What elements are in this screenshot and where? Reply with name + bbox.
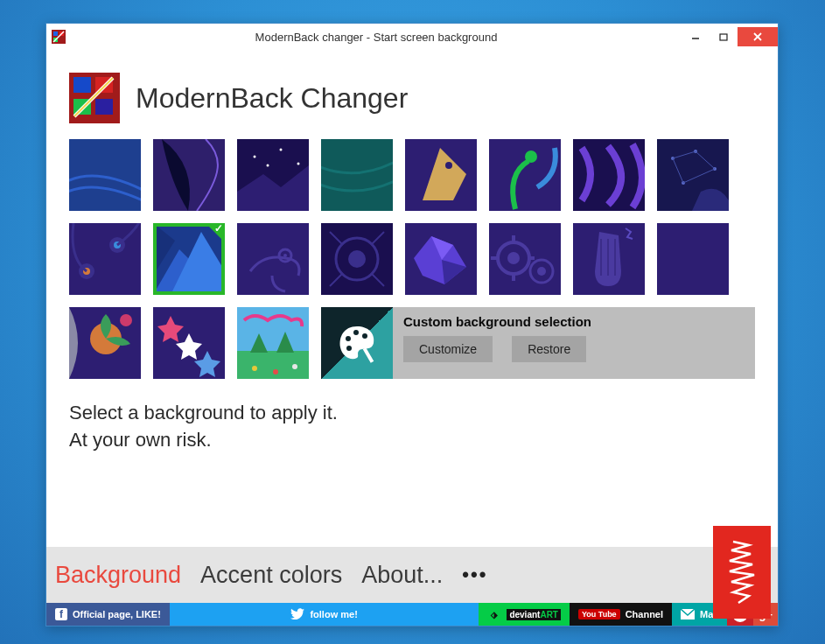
- svg-point-19: [254, 156, 256, 158]
- window-title: ModernBack changer - Start screen backgr…: [71, 31, 682, 44]
- background-thumb[interactable]: [153, 139, 225, 211]
- background-thumb[interactable]: [573, 223, 645, 295]
- nav-accent-colors[interactable]: Accent colors: [200, 562, 342, 589]
- background-thumb[interactable]: [405, 139, 477, 211]
- brand-badge[interactable]: [713, 526, 771, 619]
- svg-point-77: [346, 336, 351, 341]
- deviantart-icon: ⬗: [487, 607, 501, 621]
- app-window: ModernBack changer - Start screen backgr…: [45, 23, 779, 626]
- svg-rect-13: [95, 99, 113, 115]
- custom-background-panel: Custom background selectionCustomizeRest…: [321, 307, 755, 379]
- twitter-icon: [290, 608, 304, 620]
- customize-button[interactable]: Customize: [403, 336, 493, 362]
- background-thumb[interactable]: [321, 223, 393, 295]
- social-youtube[interactable]: You Tube Channel: [570, 603, 672, 626]
- instruction-line-2: At your own risk.: [69, 427, 755, 454]
- svg-point-55: [507, 252, 520, 264]
- svg-point-27: [525, 150, 537, 163]
- background-grid: Custom background selectionCustomizeRest…: [69, 139, 755, 379]
- app-logo: [69, 73, 120, 123]
- palette-icon: [321, 307, 393, 379]
- background-thumb[interactable]: [657, 139, 729, 211]
- svg-point-20: [280, 149, 283, 151]
- svg-rect-53: [489, 223, 561, 295]
- background-thumb[interactable]: [321, 139, 393, 211]
- svg-point-57: [537, 267, 546, 276]
- background-thumb[interactable]: [153, 307, 225, 379]
- social-label: Official page, LIKE!: [73, 609, 161, 620]
- svg-rect-62: [657, 223, 729, 295]
- minimize-button[interactable]: [682, 27, 710, 46]
- svg-point-22: [267, 164, 269, 167]
- maximize-button[interactable]: [710, 27, 738, 46]
- background-thumb[interactable]: [489, 223, 561, 295]
- titlebar: ModernBack changer - Start screen backgr…: [46, 24, 778, 50]
- nav-about[interactable]: About...: [361, 562, 443, 589]
- background-thumb[interactable]: [573, 139, 645, 211]
- nav-background[interactable]: Background: [55, 562, 181, 589]
- youtube-icon: You Tube: [578, 609, 620, 620]
- background-thumb[interactable]: [237, 223, 309, 295]
- social-twitter[interactable]: follow me!: [170, 603, 479, 626]
- instruction-line-1: Select a background to apply it.: [69, 400, 755, 427]
- app-title: ModernBack Changer: [136, 82, 408, 115]
- background-thumb[interactable]: [489, 139, 561, 211]
- content-area: ModernBack Changer Custom background sel…: [46, 50, 778, 547]
- minimize-icon: [691, 32, 700, 41]
- facebook-icon: f: [55, 608, 67, 620]
- background-thumb[interactable]: [405, 223, 477, 295]
- svg-point-78: [353, 330, 359, 335]
- svg-rect-71: [237, 351, 309, 379]
- svg-point-79: [362, 333, 367, 339]
- close-icon: [752, 32, 763, 42]
- mail-icon: [681, 609, 695, 620]
- svg-rect-6: [720, 34, 727, 40]
- svg-rect-1: [53, 32, 58, 36]
- social-label: follow me!: [310, 609, 357, 620]
- custom-panel-title: Custom background selection: [403, 314, 745, 329]
- background-thumb[interactable]: [69, 307, 141, 379]
- svg-point-45: [283, 254, 287, 257]
- brand-badge-icon: [719, 533, 765, 612]
- deviantart-label: deviantART: [507, 609, 561, 620]
- svg-rect-16: [69, 139, 141, 211]
- background-thumb[interactable]: [657, 223, 729, 295]
- svg-point-76: [292, 364, 297, 369]
- svg-point-80: [346, 346, 352, 351]
- social-label: Channel: [626, 609, 663, 620]
- restore-button[interactable]: Restore: [512, 336, 586, 362]
- social-bar: f Official page, LIKE! follow me! ⬗ devi…: [46, 603, 778, 626]
- app-header: ModernBack Changer: [69, 73, 755, 123]
- app-icon-small: [52, 30, 66, 44]
- background-thumb[interactable]: [237, 307, 309, 379]
- svg-rect-81: [363, 347, 374, 363]
- instruction-text: Select a background to apply it. At your…: [69, 400, 755, 454]
- background-thumb[interactable]: [153, 223, 225, 295]
- maximize-icon: [719, 32, 728, 41]
- background-thumb[interactable]: [237, 139, 309, 211]
- nav-more[interactable]: •••: [462, 564, 487, 586]
- svg-rect-10: [73, 77, 91, 93]
- svg-point-21: [297, 163, 300, 165]
- svg-point-25: [445, 162, 452, 169]
- close-button[interactable]: [738, 27, 778, 46]
- svg-point-75: [273, 369, 278, 374]
- background-thumb[interactable]: [69, 139, 141, 211]
- svg-point-65: [120, 314, 132, 326]
- bottom-nav: Background Accent colors About... •••: [46, 547, 778, 603]
- background-thumb[interactable]: [69, 223, 141, 295]
- svg-point-48: [348, 250, 366, 268]
- social-deviantart[interactable]: ⬗ deviantART: [479, 603, 570, 626]
- svg-rect-23: [321, 139, 393, 211]
- svg-point-74: [252, 366, 257, 371]
- social-facebook[interactable]: f Official page, LIKE!: [46, 603, 170, 626]
